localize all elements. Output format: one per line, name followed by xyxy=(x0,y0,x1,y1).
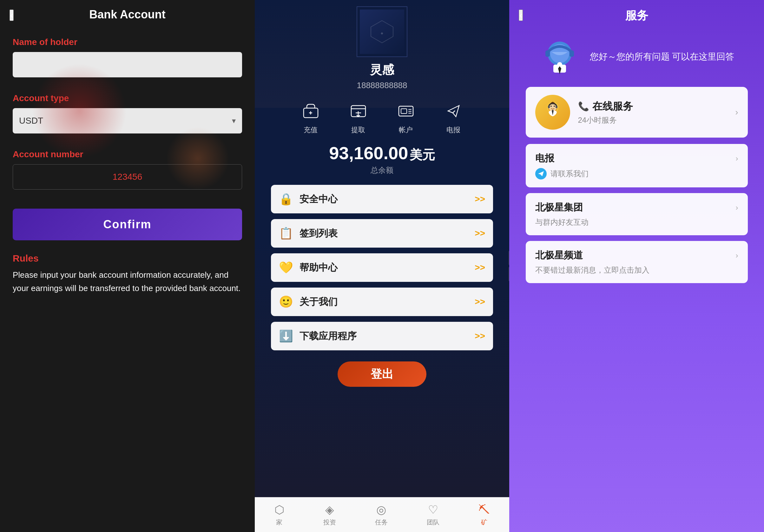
polaris-channel-header: 北极星频道 › xyxy=(535,249,738,262)
about-arrow: >> xyxy=(475,297,485,307)
bank-title: Bank Account xyxy=(13,8,242,21)
account-type-value: USDT xyxy=(19,116,43,126)
about-label: 关于我们 xyxy=(299,296,475,309)
bottom-nav-bar: ⬡ 家 ◈ 投资 ◎ 任务 ♡ 团队 ⛏ 矿 xyxy=(255,497,509,532)
home-icon: ⬡ xyxy=(275,503,284,516)
holder-input[interactable] xyxy=(13,52,242,77)
team-nav-label: 团队 xyxy=(427,518,440,527)
menu-item-about[interactable]: 🙂 关于我们 >> xyxy=(271,288,493,316)
menu-item-download[interactable]: ⬇️ 下载应用程序 >> xyxy=(271,322,493,350)
agent-info: 📞 在线服务 24小时服务 xyxy=(570,99,735,125)
service-greeting: 您好～您的所有问题 可以在这里回答 xyxy=(590,50,734,64)
service-title: 服务 xyxy=(625,8,648,24)
service-back-button[interactable]: ‹ xyxy=(519,10,523,21)
mine-icon: ⛏ xyxy=(478,503,490,516)
menu-item-security[interactable]: 🔒 安全中心 >> xyxy=(271,185,493,213)
agent-avatar xyxy=(535,95,570,130)
profile-panel: ◆ 灵感 18888888888 充值 xyxy=(255,0,509,532)
service-panel: ‹ 服务 您好～您的所有问题 可以在这里回答 xyxy=(509,0,764,532)
withdraw-icon xyxy=(347,100,369,122)
polaris-group-title: 北极星集团 xyxy=(535,201,583,214)
account-icon xyxy=(395,100,417,122)
bank-account-panel: ‹ Bank Account Name of holder Account ty… xyxy=(0,0,255,532)
bank-back-button[interactable]: ‹ xyxy=(10,10,14,21)
profile-menu-list: 🔒 安全中心 >> 📋 签到列表 >> 💛 帮助中心 >> 🙂 关于我们 >> … xyxy=(271,185,493,350)
svg-point-15 xyxy=(550,106,552,107)
telegram-desc: 请联系我们 xyxy=(550,169,589,179)
recharge-icon-item[interactable]: 充值 xyxy=(299,100,322,135)
about-icon: 🙂 xyxy=(279,295,293,309)
agent-card[interactable]: 📞 在线服务 24小时服务 › xyxy=(526,87,748,138)
nav-mine[interactable]: ⛏ 矿 xyxy=(478,503,490,527)
security-icon: 🔒 xyxy=(279,193,293,206)
polaris-group-header: 北极星集团 › xyxy=(535,201,738,214)
account-type-label: Account type xyxy=(13,93,69,103)
profile-phone: 18888888888 xyxy=(357,80,407,90)
robot-icon xyxy=(539,36,580,77)
agent-name: 在线服务 xyxy=(592,99,633,113)
checkin-arrow: >> xyxy=(475,228,485,238)
account-type-select[interactable]: USDT ▾ xyxy=(13,108,242,133)
polaris-channel-title: 北极星频道 xyxy=(535,249,583,262)
svg-rect-18 xyxy=(556,106,557,108)
checkin-icon: 📋 xyxy=(279,227,293,240)
service-item-polaris-channel[interactable]: 北极星频道 › 不要错过最新消息，立即点击加入 xyxy=(526,241,748,283)
task-nav-label: 任务 xyxy=(375,518,388,527)
nav-task[interactable]: ◎ 任务 xyxy=(375,503,388,527)
download-icon: ⬇️ xyxy=(279,330,293,343)
phone-icon: 📞 xyxy=(578,101,589,112)
menu-item-checkin[interactable]: 📋 签到列表 >> xyxy=(271,219,493,248)
help-arrow: >> xyxy=(475,263,485,273)
account-number-label: Account number xyxy=(13,149,83,160)
download-label: 下载应用程序 xyxy=(299,330,475,343)
service-item-polaris-group[interactable]: 北极星集团 › 与群内好友互动 xyxy=(526,193,748,235)
chevron-down-icon: ▾ xyxy=(232,116,236,125)
telegram-brand-icon xyxy=(535,168,547,180)
telegram-sub: 请联系我们 xyxy=(535,168,738,180)
svg-rect-5 xyxy=(401,109,407,113)
telegram-title: 电报 xyxy=(535,152,554,165)
account-icon-item[interactable]: 帐户 xyxy=(395,100,417,135)
agent-sub: 24小时服务 xyxy=(578,115,735,125)
telegram-header: 电报 › xyxy=(535,152,738,165)
polaris-channel-desc: 不要错过最新消息，立即点击加入 xyxy=(535,265,650,275)
logo-inner: ◆ xyxy=(360,10,404,54)
team-icon: ♡ xyxy=(428,503,438,516)
menu-item-help[interactable]: 💛 帮助中心 >> xyxy=(271,253,493,282)
help-label: 帮助中心 xyxy=(299,261,475,274)
polaris-group-arrow-icon: › xyxy=(736,203,738,212)
checkin-label: 签到列表 xyxy=(299,227,475,240)
service-list: 电报 › 请联系我们 北极星集团 › 与群内好友互动 xyxy=(526,144,748,283)
nav-home[interactable]: ⬡ 家 xyxy=(275,503,284,527)
svg-text:◆: ◆ xyxy=(381,31,383,35)
service-robot-area: 您好～您的所有问题 可以在这里回答 xyxy=(520,36,754,77)
account-label: 帐户 xyxy=(399,125,413,135)
polaris-channel-arrow-icon: › xyxy=(736,251,738,260)
account-number-input[interactable] xyxy=(13,164,242,190)
profile-icons-row: 充值 提取 帐户 xyxy=(299,100,465,135)
profile-logo: ◆ xyxy=(357,6,407,57)
balance-label: 总余额 xyxy=(329,165,435,175)
nav-team[interactable]: ♡ 团队 xyxy=(427,503,440,527)
logout-button[interactable]: 登出 xyxy=(338,361,426,387)
telegram-icon xyxy=(442,100,465,122)
polaris-group-sub: 与群内好友互动 xyxy=(535,217,738,227)
polaris-channel-sub: 不要错过最新消息，立即点击加入 xyxy=(535,265,738,275)
agent-arrow-icon: › xyxy=(735,107,738,117)
withdraw-icon-item[interactable]: 提取 xyxy=(347,100,369,135)
withdraw-label: 提取 xyxy=(351,125,365,135)
balance-amount: 93,160.00 美元 xyxy=(329,143,435,164)
nav-invest[interactable]: ◈ 投资 xyxy=(323,503,336,527)
recharge-label: 充值 xyxy=(303,125,317,135)
telegram-icon-item[interactable]: 电报 xyxy=(442,100,465,135)
confirm-button[interactable]: Confirm xyxy=(13,208,242,240)
rules-title: Rules xyxy=(13,253,39,264)
rules-text: Please input your bank account informati… xyxy=(13,269,242,295)
profile-name: 灵感 xyxy=(370,62,394,78)
security-label: 安全中心 xyxy=(299,193,475,206)
balance-section: 93,160.00 美元 总余额 xyxy=(329,143,435,175)
service-item-telegram[interactable]: 电报 › 请联系我们 xyxy=(526,144,748,188)
home-nav-label: 家 xyxy=(276,518,283,527)
svg-point-16 xyxy=(554,106,555,107)
invest-nav-label: 投资 xyxy=(323,518,336,527)
